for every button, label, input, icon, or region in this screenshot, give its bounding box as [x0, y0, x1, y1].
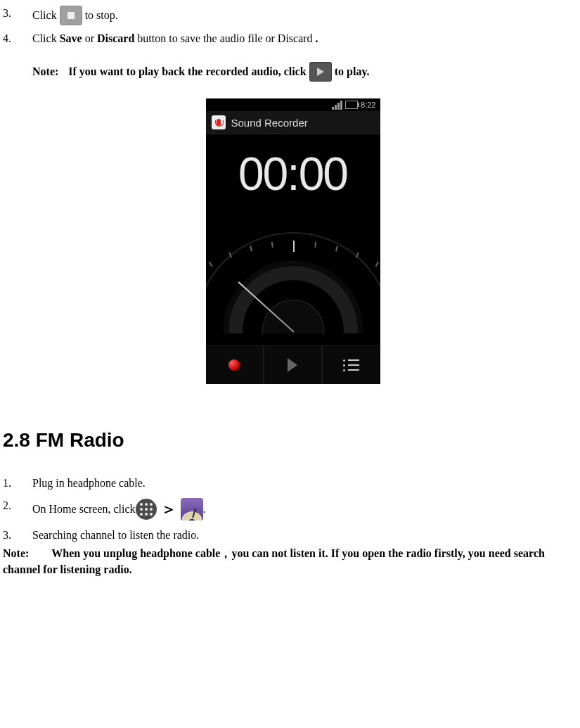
- record-button[interactable]: [206, 346, 264, 384]
- fm-radio-app-icon: [181, 498, 203, 521]
- step-content: Searching channel to listen the radio.: [32, 528, 580, 543]
- text: Click: [32, 32, 60, 44]
- step-4: 4. Click Save or Discard button to save …: [3, 31, 580, 46]
- note-text-b: to play.: [335, 64, 370, 79]
- text: or: [85, 32, 97, 44]
- period: .: [316, 32, 318, 44]
- step-content: On Home screen, click ＞ .: [32, 498, 580, 521]
- battery-icon: [345, 101, 358, 109]
- play-button[interactable]: [264, 346, 323, 384]
- fm-step-1: 1. Plug in headphone cable.: [3, 475, 580, 491]
- signal-icon: [332, 101, 342, 110]
- save-label: Save: [60, 32, 82, 44]
- app-title: Sound Recorder: [231, 115, 308, 130]
- discard-label: Discard: [97, 32, 134, 44]
- list-icon: [343, 359, 359, 371]
- apps-drawer-icon: [136, 499, 157, 520]
- stop-icon: [60, 6, 82, 25]
- step-number: 3.: [3, 6, 32, 25]
- text: On Home screen, click: [32, 502, 136, 517]
- step-number: 3.: [3, 528, 32, 543]
- recorder-app-icon: [212, 115, 226, 129]
- note-label: Note:: [3, 547, 29, 559]
- phone-frame: 8:22 Sound Recorder 00:00: [206, 98, 380, 384]
- step-number: 4.: [3, 31, 32, 46]
- text: button to save the audio file or Discard: [137, 32, 312, 44]
- status-bar: 8:22: [206, 98, 380, 111]
- note-text-a: If you want to play back the recorded au…: [68, 64, 306, 79]
- clock: 8:22: [361, 100, 375, 110]
- app-title-bar: Sound Recorder: [206, 111, 380, 134]
- recorder-main: 00:00: [206, 134, 380, 345]
- note-playback: Note: If you want to play back the recor…: [32, 62, 580, 82]
- step-number: 2.: [3, 498, 32, 521]
- record-icon: [228, 359, 240, 371]
- step-content: Plug in headphone cable.: [32, 475, 580, 491]
- text: to stop.: [85, 8, 118, 23]
- fm-step-2: 2. On Home screen, click ＞ .: [3, 498, 580, 521]
- note-label: Note:: [32, 64, 58, 79]
- text: Click: [32, 8, 57, 23]
- breadcrumb-arrow: ＞: [161, 499, 176, 521]
- list-button[interactable]: [323, 346, 380, 384]
- fm-step-3: 3. Searching channel to listen the radio…: [3, 528, 580, 543]
- play-icon: [288, 358, 297, 372]
- step-content: Click Save or Discard button to save the…: [32, 31, 580, 46]
- bottom-toolbar: [206, 345, 380, 384]
- text: .: [203, 502, 206, 517]
- note-headphone: Note: When you unplug headphone cable，yo…: [3, 546, 580, 577]
- step-number: 1.: [3, 475, 32, 491]
- play-icon: [309, 62, 332, 82]
- step-content: Click to stop.: [32, 6, 580, 25]
- sound-recorder-screenshot: 8:22 Sound Recorder 00:00: [3, 98, 580, 384]
- section-heading-fm-radio: 2.8 FM Radio: [3, 426, 580, 454]
- step-3: 3. Click to stop.: [3, 6, 580, 25]
- timer-display: 00:00: [206, 134, 380, 206]
- note-text: When you unplug headphone cable，you can …: [3, 547, 545, 575]
- vu-meter: [206, 207, 380, 333]
